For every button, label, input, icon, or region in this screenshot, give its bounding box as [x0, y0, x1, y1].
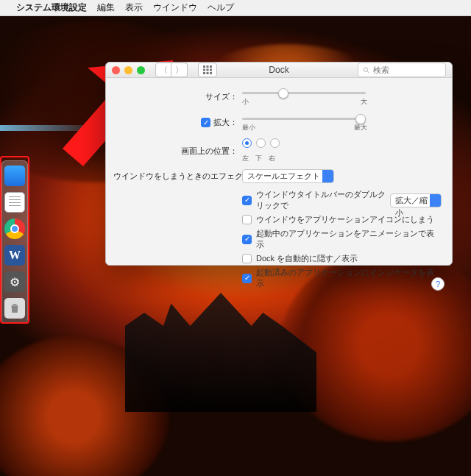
- magnification-max-label: 最大: [354, 123, 367, 132]
- grid-icon: [203, 65, 212, 74]
- menubar-item-edit[interactable]: 編集: [97, 1, 115, 14]
- bg-buildings: [125, 280, 316, 412]
- minimize-effect-select[interactable]: スケールエフェクト ▴▾: [242, 169, 334, 183]
- dock-icon-finder[interactable]: [4, 166, 25, 186]
- size-label: サイズ：: [113, 91, 242, 102]
- position-option-bottom: 下: [255, 154, 262, 163]
- chevron-left-icon: 〈: [160, 65, 168, 76]
- position-radio-right[interactable]: [270, 138, 280, 148]
- svg-rect-9: [210, 72, 212, 74]
- search-field[interactable]: [358, 63, 446, 77]
- dock-icon-trash[interactable]: [4, 298, 25, 319]
- doubleclick-titlebar-label: ウインドウタイトルバーのダブルクリックで: [256, 189, 386, 211]
- position-option-right: 右: [269, 154, 275, 163]
- svg-rect-2: [207, 65, 209, 68]
- minimize-button[interactable]: [124, 66, 132, 74]
- animate-opening-apps-label: 起動中のアプリケーションをアニメーションで表示: [256, 228, 442, 250]
- close-button[interactable]: [112, 66, 120, 74]
- autohide-dock-checkbox[interactable]: [242, 254, 252, 263]
- show-all-button[interactable]: [198, 63, 217, 77]
- minimize-effect-label: ウインドウをしまうときのエフェクト：: [113, 171, 242, 182]
- menubar-app-name[interactable]: システム環境設定: [16, 1, 87, 14]
- traffic-lights: [112, 66, 145, 74]
- minimize-into-appicon-checkbox[interactable]: [242, 215, 252, 224]
- magnification-checkbox[interactable]: [201, 118, 210, 127]
- search-icon: [363, 66, 370, 74]
- size-slider[interactable]: [242, 92, 366, 94]
- window-titlebar[interactable]: 〈 〉 Dock: [106, 63, 452, 78]
- chevron-updown-icon: ▴▾: [325, 171, 331, 182]
- doubleclick-action-select[interactable]: 拡大／縮小 ▴▾: [390, 193, 442, 207]
- preferences-window: 〈 〉 Dock サイズ：: [105, 62, 453, 266]
- position-label: 画面上の位置：: [113, 146, 242, 157]
- animate-opening-apps-checkbox[interactable]: [242, 235, 252, 244]
- size-max-label: 大: [361, 97, 367, 107]
- search-input[interactable]: [373, 65, 441, 74]
- menubar-item-view[interactable]: 表示: [125, 1, 143, 14]
- svg-rect-4: [203, 69, 205, 71]
- svg-rect-5: [207, 69, 209, 71]
- show-indicators-label: 起動済みのアプリケーションにインジケータを表示: [256, 267, 442, 289]
- chevron-updown-icon: ▴▾: [432, 196, 439, 206]
- autohide-dock-label: Dock を自動的に隠す／表示: [256, 253, 358, 264]
- chevron-right-icon: 〉: [175, 65, 183, 76]
- show-indicators-checkbox[interactable]: [242, 274, 252, 283]
- magnification-slider[interactable]: [242, 118, 366, 120]
- dock: W ⚙: [1, 160, 28, 324]
- dock-icon-textedit[interactable]: [4, 192, 25, 213]
- magnification-min-label: 最小: [242, 123, 255, 132]
- minimize-effect-value: スケールエフェクト: [247, 171, 320, 180]
- minimize-into-appicon-label: ウインドウをアプリケーションアイコンにしまう: [256, 214, 434, 225]
- position-option-left: 左: [242, 154, 249, 163]
- magnification-label: 拡大：: [213, 117, 238, 128]
- forward-button[interactable]: 〉: [171, 63, 188, 77]
- desktop: システム環境設定 編集 表示 ウインドウ ヘルプ W ⚙: [0, 0, 471, 476]
- zoom-button[interactable]: [137, 66, 145, 74]
- dock-icon-system-preferences[interactable]: ⚙: [4, 271, 25, 292]
- menubar-item-help[interactable]: ヘルプ: [208, 1, 234, 14]
- position-radio-left[interactable]: [242, 138, 252, 148]
- position-radio-bottom[interactable]: [256, 138, 266, 148]
- svg-line-11: [367, 71, 369, 72]
- menubar-item-window[interactable]: ウインドウ: [153, 1, 197, 14]
- dock-icon-word[interactable]: W: [4, 245, 25, 266]
- window-title: Dock: [269, 65, 288, 75]
- size-min-label: 小: [242, 97, 249, 107]
- svg-rect-3: [210, 65, 212, 68]
- help-button[interactable]: ?: [431, 277, 445, 291]
- svg-rect-7: [203, 72, 205, 74]
- svg-rect-6: [210, 69, 212, 71]
- svg-rect-8: [207, 72, 209, 74]
- svg-point-10: [364, 67, 367, 71]
- svg-rect-1: [203, 65, 205, 68]
- bg-blob: [0, 125, 103, 131]
- trash-icon: [8, 302, 21, 315]
- menubar: システム環境設定 編集 表示 ウインドウ ヘルプ: [0, 0, 471, 16]
- doubleclick-titlebar-checkbox[interactable]: [242, 196, 252, 205]
- dock-icon-chrome[interactable]: [4, 219, 25, 239]
- back-button[interactable]: 〈: [155, 63, 171, 77]
